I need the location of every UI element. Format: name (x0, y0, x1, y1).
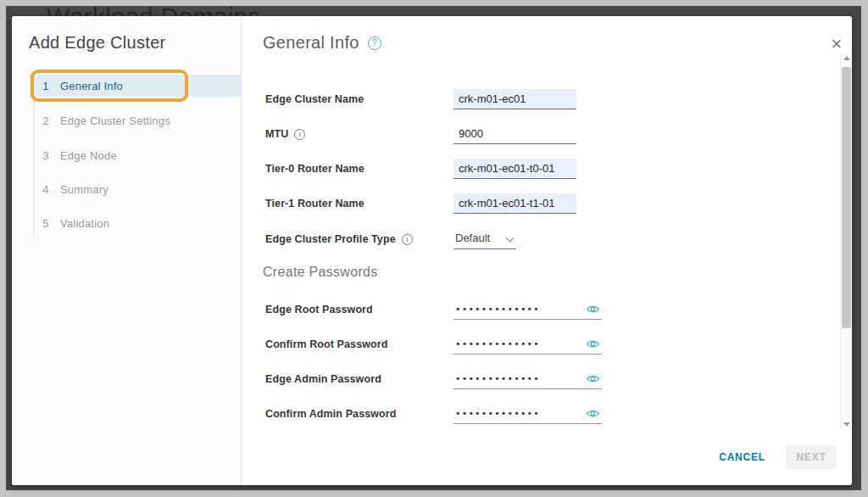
field-label-text: Edge Cluster Profile Type (265, 233, 396, 245)
next-button[interactable]: NEXT (786, 445, 837, 469)
cancel-button[interactable]: CANCEL (719, 451, 765, 463)
field-label: Tier-1 Router Name (265, 193, 364, 215)
form-row-edge-cluster-name: Edge Cluster Name (265, 88, 604, 110)
info-icon[interactable]: i (294, 129, 305, 140)
field-label: Edge Admin Password (265, 368, 381, 390)
form-row-confirm-admin-password: Confirm Admin Password (265, 403, 604, 425)
form-row-tier1-router-name: Tier-1 Router Name (265, 193, 604, 215)
panel-heading-text: General Info (263, 33, 359, 53)
form-row-edge-root-password: Edge Root Password (265, 299, 604, 321)
field-label-text: Tier-0 Router Name (265, 163, 364, 175)
form-row-tier0-router-name: Tier-0 Router Name (265, 158, 604, 180)
step-number: 5 (42, 217, 50, 230)
vertical-scrollbar[interactable] (840, 53, 852, 430)
step-number: 3 (42, 149, 50, 162)
field-label-text: Tier-1 Router Name (265, 198, 364, 209)
dialog-footer: CANCEL NEXT (719, 445, 837, 469)
field-label: Confirm Admin Password (265, 403, 397, 425)
show-password-eye-icon[interactable] (586, 408, 600, 419)
wizard-sidebar: Add Edge Cluster 1 General Info 2 Edge C… (12, 16, 242, 485)
scroll-up-arrow-icon[interactable] (843, 56, 850, 60)
step-summary[interactable]: 4 Summary (30, 178, 242, 200)
show-password-eye-icon[interactable] (586, 373, 600, 384)
dialog-title: Add Edge Cluster (29, 33, 166, 53)
help-icon[interactable]: ? (368, 36, 381, 50)
confirm-root-password-input[interactable] (453, 334, 581, 353)
field-label: Edge Cluster Profile Type i (265, 228, 413, 250)
form-row-mtu: MTU i (265, 123, 604, 145)
confirm-admin-password-field (453, 404, 602, 424)
step-number: 2 (42, 114, 50, 127)
edge-admin-password-field (453, 369, 602, 389)
field-label-text: Confirm Admin Password (265, 408, 397, 420)
step-edge-cluster-settings[interactable]: 2 Edge Cluster Settings (30, 109, 242, 131)
step-number: 1 (42, 80, 50, 92)
field-label-text: Edge Cluster Name (265, 93, 364, 105)
tier0-router-name-input[interactable] (453, 159, 576, 179)
step-number: 4 (42, 183, 50, 196)
edge-cluster-name-input[interactable] (453, 89, 576, 109)
edge-root-password-field (453, 299, 602, 320)
form-row-profile-type: Edge Cluster Profile Type i Default (265, 228, 604, 250)
show-password-eye-icon[interactable] (586, 304, 600, 315)
scroll-down-arrow-icon[interactable] (843, 422, 850, 427)
step-label: Edge Cluster Settings (60, 114, 170, 127)
field-label-text: MTU (265, 128, 288, 140)
edge-admin-password-input[interactable] (453, 369, 581, 388)
step-general-info[interactable]: 1 General Info (30, 75, 242, 97)
edge-root-password-input[interactable] (453, 299, 581, 318)
panel-heading: General Info ? (263, 33, 381, 53)
form-row-confirm-root-password: Confirm Root Password (265, 333, 604, 355)
mtu-input[interactable] (453, 124, 576, 144)
step-label: Edge Node (60, 149, 117, 162)
field-label-text: Confirm Root Password (265, 338, 387, 350)
field-label: MTU i (265, 123, 305, 145)
step-label: General Info (60, 80, 123, 92)
profile-type-select[interactable]: Default (453, 229, 516, 249)
field-label-text: Edge Admin Password (265, 373, 381, 385)
field-label: Confirm Root Password (265, 333, 387, 355)
show-password-eye-icon[interactable] (586, 338, 600, 349)
step-edge-node[interactable]: 3 Edge Node (30, 144, 242, 166)
step-validation[interactable]: 5 Validation (30, 212, 242, 234)
step-label: Validation (60, 217, 109, 230)
form-row-edge-admin-password: Edge Admin Password (265, 368, 604, 390)
tier1-router-name-input[interactable] (453, 193, 576, 214)
field-label: Edge Cluster Name (265, 88, 364, 110)
add-edge-cluster-dialog: Add Edge Cluster 1 General Info 2 Edge C… (12, 16, 852, 485)
field-label-text: Edge Root Password (265, 304, 373, 316)
field-label: Edge Root Password (265, 299, 373, 321)
scrollbar-thumb[interactable] (842, 67, 851, 328)
confirm-admin-password-input[interactable] (453, 404, 581, 422)
create-passwords-heading: Create Passwords (263, 265, 378, 280)
info-icon[interactable]: i (402, 234, 413, 245)
step-label: Summary (60, 183, 108, 196)
field-label: Tier-0 Router Name (265, 158, 364, 180)
confirm-root-password-field (453, 334, 602, 355)
